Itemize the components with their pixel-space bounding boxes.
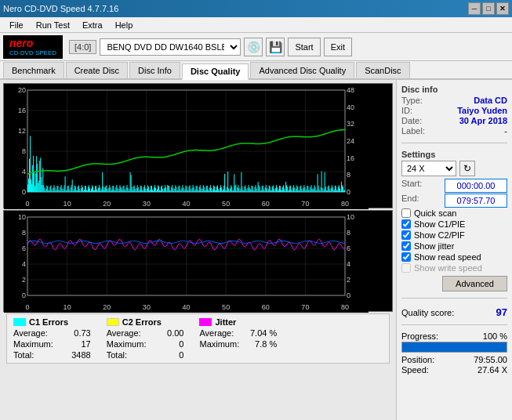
show-c1-checkbox[interactable] bbox=[401, 219, 411, 229]
show-c2-label: Show C2/PIF bbox=[414, 230, 465, 240]
minimize-button[interactable]: ─ bbox=[468, 2, 481, 15]
end-time-label: End: bbox=[401, 194, 419, 208]
speed-combo[interactable]: 24 X bbox=[401, 161, 456, 176]
c1-max-label: Maximum: bbox=[13, 339, 53, 349]
position-value: 79:55.00 bbox=[474, 355, 507, 364]
c2-label: C2 Errors bbox=[122, 317, 162, 327]
exit-button[interactable]: Exit bbox=[324, 38, 352, 56]
show-read-label: Show read speed bbox=[414, 252, 481, 262]
jitter-avg-label: Average: bbox=[199, 328, 234, 338]
disc-type-label: Type: bbox=[401, 96, 423, 105]
tab-disc-quality[interactable]: Disc Quality bbox=[182, 63, 249, 80]
disc-type-value: Data CD bbox=[474, 96, 507, 105]
jitter-avg-value: 7.04 % bbox=[245, 328, 277, 338]
maximize-button[interactable]: □ bbox=[482, 2, 495, 15]
start-time-label: Start: bbox=[401, 179, 422, 193]
start-button[interactable]: Start bbox=[288, 38, 320, 56]
tab-advanced-disc-quality[interactable]: Advanced Disc Quality bbox=[250, 62, 354, 78]
disc-date-value: 30 Apr 2018 bbox=[459, 116, 507, 125]
speed-row: 24 X ↻ bbox=[401, 161, 507, 176]
tab-scan-disc[interactable]: ScanDisc bbox=[356, 62, 409, 78]
end-time-row: End: bbox=[401, 194, 507, 208]
quick-scan-label: Quick scan bbox=[414, 208, 456, 218]
speed-value: 27.64 X bbox=[478, 365, 507, 375]
quality-score-row: Quality score: 97 bbox=[401, 306, 507, 318]
c1-max-value: 17 bbox=[60, 339, 91, 349]
menu-help[interactable]: Help bbox=[109, 19, 140, 31]
show-jitter-row: Show jitter bbox=[401, 241, 507, 251]
disc-id-row: ID: Taiyo Yuden bbox=[401, 106, 507, 115]
quick-scan-checkbox[interactable] bbox=[401, 208, 411, 218]
disc-icon-button[interactable]: 💿 bbox=[244, 38, 263, 56]
disc-id-label: ID: bbox=[401, 106, 412, 115]
separator-2 bbox=[401, 298, 507, 299]
show-c2-checkbox[interactable] bbox=[401, 230, 411, 240]
sidebar: Disc info Type: Data CD ID: Taiyo Yuden … bbox=[396, 80, 512, 420]
c1-total-value: 3488 bbox=[60, 350, 91, 360]
title-bar: Nero CD-DVD Speed 4.7.7.16 ─ □ ✕ bbox=[0, 0, 512, 17]
logo: nero CD·DVD SPEED bbox=[3, 35, 63, 59]
progress-bar-fill bbox=[402, 342, 507, 352]
legend: C1 Errors Average: 0.73 Maximum: 17 Tota… bbox=[6, 313, 390, 364]
show-c1-label: Show C1/PIE bbox=[414, 219, 465, 229]
show-read-checkbox[interactable] bbox=[401, 252, 411, 262]
show-write-checkbox[interactable] bbox=[401, 263, 411, 273]
c2-total-value: 0 bbox=[152, 350, 183, 360]
show-write-label: Show write speed bbox=[414, 263, 482, 273]
advanced-button[interactable]: Advanced bbox=[442, 276, 507, 291]
disc-info-title: Disc info bbox=[401, 85, 507, 94]
legend-jitter: Jitter Average: 7.04 % Maximum: 7.8 % bbox=[199, 317, 277, 360]
show-read-row: Show read speed bbox=[401, 252, 507, 262]
disc-type-row: Type: Data CD bbox=[401, 96, 507, 105]
separator-1 bbox=[401, 143, 507, 143]
menu-bar: File Run Test Extra Help bbox=[0, 17, 512, 33]
c2-total-label: Total: bbox=[107, 350, 127, 360]
jitter-label: Jitter bbox=[215, 317, 236, 327]
menu-extra[interactable]: Extra bbox=[76, 19, 109, 31]
chart-top bbox=[3, 83, 393, 208]
c2-max-label: Maximum: bbox=[107, 339, 147, 349]
show-jitter-label: Show jitter bbox=[414, 241, 454, 251]
settings-section: Settings 24 X ↻ Start: End: Quick scan bbox=[401, 150, 507, 291]
progress-value: 100 % bbox=[483, 331, 507, 341]
menu-file[interactable]: File bbox=[3, 19, 30, 31]
start-time-row: Start: bbox=[401, 179, 507, 193]
position-label: Position: bbox=[401, 355, 434, 364]
quick-scan-row: Quick scan bbox=[401, 208, 507, 218]
main-content: C1 Errors Average: 0.73 Maximum: 17 Tota… bbox=[0, 80, 512, 420]
refresh-button[interactable]: ↻ bbox=[459, 161, 475, 176]
disc-label-label: Label: bbox=[401, 126, 425, 136]
c1-avg-value: 0.73 bbox=[60, 328, 91, 338]
tab-benchmark[interactable]: Benchmark bbox=[3, 62, 64, 78]
chart-bottom bbox=[3, 210, 393, 312]
legend-c1: C1 Errors Average: 0.73 Maximum: 17 Tota… bbox=[13, 317, 91, 360]
quality-score-value: 97 bbox=[496, 306, 507, 318]
tab-disc-info[interactable]: Disc Info bbox=[129, 62, 180, 78]
disc-label-value: - bbox=[504, 126, 507, 136]
jitter-max-value: 7.8 % bbox=[245, 339, 277, 349]
legend-c2: C2 Errors Average: 0.00 Maximum: 0 Total… bbox=[107, 317, 184, 360]
tab-create-disc[interactable]: Create Disc bbox=[66, 62, 128, 78]
menu-run-test[interactable]: Run Test bbox=[30, 19, 76, 31]
disc-info-section: Disc info Type: Data CD ID: Taiyo Yuden … bbox=[401, 85, 507, 136]
quality-score-label: Quality score: bbox=[401, 308, 454, 317]
separator-3 bbox=[401, 324, 507, 325]
window-controls: ─ □ ✕ bbox=[468, 2, 509, 15]
end-time-field[interactable] bbox=[445, 194, 507, 208]
c1-label: C1 Errors bbox=[29, 317, 68, 327]
drive-combo[interactable]: BENQ DVD DD DW1640 BSLB bbox=[100, 38, 241, 56]
show-jitter-checkbox[interactable] bbox=[401, 241, 411, 251]
c1-avg-label: Average: bbox=[13, 328, 48, 338]
progress-section: Progress: 100 % Position: 79:55.00 Speed… bbox=[401, 331, 507, 375]
start-time-field[interactable] bbox=[445, 179, 507, 193]
show-c2-row: Show C2/PIF bbox=[401, 230, 507, 240]
jitter-swatch bbox=[199, 318, 212, 326]
disc-date-label: Date: bbox=[401, 116, 422, 125]
show-c1-row: Show C1/PIE bbox=[401, 219, 507, 229]
c1-total-label: Total: bbox=[13, 350, 34, 360]
disc-label-row: Label: - bbox=[401, 126, 507, 136]
speed-row: Speed: 27.64 X bbox=[401, 365, 507, 375]
save-icon-button[interactable]: 💾 bbox=[266, 38, 285, 56]
disc-id-value: Taiyo Yuden bbox=[457, 106, 507, 115]
close-button[interactable]: ✕ bbox=[496, 2, 509, 15]
